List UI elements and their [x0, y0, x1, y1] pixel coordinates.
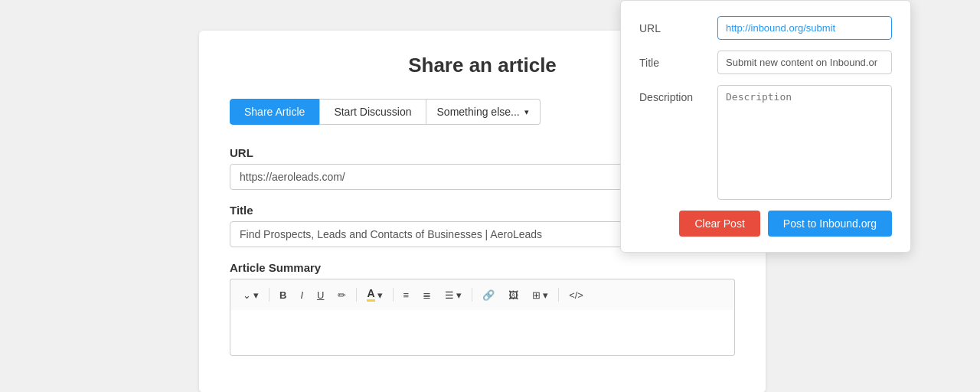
popup-description-label: Description [639, 85, 708, 103]
tab-something-else[interactable]: Something else... ▾ [426, 99, 541, 125]
color-chevron-icon: ▾ [377, 289, 383, 301]
chevron-icon: ▾ [253, 289, 259, 301]
popup-title-label: Title [639, 51, 708, 69]
table-chevron-icon: ▾ [543, 289, 548, 301]
popup-url-row: URL [639, 16, 892, 40]
color-button[interactable]: A ▾ [361, 284, 388, 305]
ordered-list-button[interactable]: ≣ [416, 286, 437, 305]
popup-panel: URL Title Description Clear Post Post to… [620, 0, 911, 253]
popup-actions: Clear Post Post to Inbound.org [639, 211, 892, 237]
popup-description-textarea[interactable] [717, 85, 892, 200]
toolbar-separator-1 [269, 288, 270, 302]
eraser-button[interactable]: ✏ [332, 286, 352, 305]
align-chevron-icon: ▾ [456, 289, 462, 301]
toolbar-separator-2 [356, 288, 357, 302]
popup-title-input[interactable] [717, 51, 892, 74]
summary-section: Article Summary ⌄ ▾ B I U ✏ A ▾ ≡ ≣ ☰ ▾ [230, 261, 735, 356]
bullet-list-button[interactable]: ≡ [397, 286, 416, 305]
align-button[interactable]: ☰ ▾ [439, 286, 468, 305]
toolbar-separator-3 [393, 288, 394, 302]
table-button[interactable]: ⊞ ▾ [526, 286, 554, 305]
popup-url-input[interactable] [717, 16, 892, 40]
clear-post-button[interactable]: Clear Post [679, 211, 760, 237]
format-dropdown-button[interactable]: ⌄ ▾ [237, 286, 265, 305]
popup-url-label: URL [639, 16, 708, 34]
underline-button[interactable]: U [311, 286, 330, 305]
editor-body[interactable] [230, 310, 735, 356]
post-to-inbound-button[interactable]: Post to Inbound.org [768, 211, 892, 237]
toolbar-separator-5 [558, 288, 559, 302]
summary-label: Article Summary [230, 261, 735, 274]
toolbar-separator-4 [472, 288, 472, 302]
popup-title-row: Title [639, 51, 892, 74]
code-button[interactable]: </> [563, 286, 590, 305]
tab-share-article[interactable]: Share Article [230, 99, 319, 125]
image-button[interactable]: 🖼 [502, 286, 524, 305]
chevron-down-icon: ▾ [524, 107, 529, 117]
popup-description-row: Description [639, 85, 892, 200]
tab-start-discussion[interactable]: Start Discussion [319, 99, 426, 125]
italic-button[interactable]: I [294, 286, 309, 305]
editor-toolbar: ⌄ ▾ B I U ✏ A ▾ ≡ ≣ ☰ ▾ 🔗 🖼 ⊞ [230, 279, 735, 310]
bold-button[interactable]: B [273, 286, 292, 305]
link-button[interactable]: 🔗 [476, 286, 501, 305]
